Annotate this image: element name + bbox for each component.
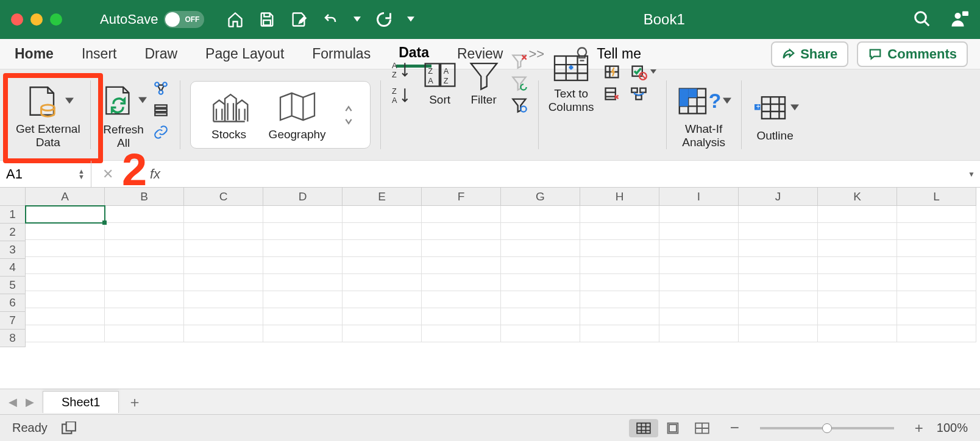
cell[interactable] <box>580 308 659 325</box>
cell[interactable] <box>263 308 343 325</box>
consolidate-button[interactable] <box>630 85 656 102</box>
row-header[interactable]: 7 <box>0 312 26 330</box>
save-edit-icon[interactable] <box>289 10 308 29</box>
cell[interactable] <box>26 274 105 291</box>
zoom-in-button[interactable]: + <box>915 420 923 437</box>
cell[interactable] <box>739 274 818 291</box>
column-header[interactable]: L <box>897 188 976 206</box>
cell[interactable] <box>659 206 739 223</box>
cell[interactable] <box>263 240 343 257</box>
cell[interactable] <box>422 240 501 257</box>
cell[interactable] <box>897 274 976 291</box>
cell[interactable] <box>105 257 184 274</box>
cell[interactable] <box>422 325 501 342</box>
undo-icon[interactable] <box>321 10 339 29</box>
tab-home[interactable]: Home <box>12 42 56 66</box>
column-header[interactable]: E <box>343 188 422 206</box>
add-sheet-button[interactable]: ＋ <box>127 392 142 412</box>
cell[interactable] <box>263 257 343 274</box>
zoom-out-button[interactable]: − <box>730 418 739 437</box>
row-header[interactable]: 4 <box>0 259 26 277</box>
flash-fill-button[interactable] <box>603 63 621 80</box>
view-page-break-button[interactable] <box>687 419 717 437</box>
geography-button[interactable]: Geography <box>269 89 326 141</box>
cell[interactable] <box>897 257 976 274</box>
cell[interactable] <box>659 274 739 291</box>
cell[interactable] <box>343 325 422 342</box>
cell[interactable] <box>818 257 897 274</box>
what-if-button[interactable]: ? What-If Analysis <box>669 74 739 155</box>
name-box-spinner[interactable]: ▲▼ <box>78 169 85 180</box>
data-validation-button[interactable] <box>630 63 656 80</box>
clear-filter-button[interactable] <box>510 52 528 69</box>
cell[interactable] <box>501 206 580 223</box>
macro-record-icon[interactable] <box>61 422 77 435</box>
cell[interactable] <box>580 223 659 240</box>
column-header[interactable]: G <box>501 188 580 206</box>
column-header[interactable]: K <box>818 188 897 206</box>
cell[interactable] <box>501 257 580 274</box>
cell[interactable] <box>580 240 659 257</box>
reapply-filter-button[interactable] <box>510 74 528 91</box>
cell[interactable] <box>184 291 263 308</box>
outline-button[interactable]: + Outline <box>744 74 806 155</box>
advanced-filter-button[interactable] <box>510 96 528 113</box>
cell[interactable] <box>263 291 343 308</box>
sort-button[interactable]: ZAAZ Sort <box>422 59 458 107</box>
cell[interactable] <box>26 325 105 342</box>
stocks-button[interactable]: Stocks <box>208 89 250 141</box>
cell[interactable] <box>184 257 263 274</box>
connections-icon[interactable] <box>153 80 170 97</box>
cell[interactable] <box>105 291 184 308</box>
cell[interactable] <box>422 257 501 274</box>
cell[interactable] <box>818 223 897 240</box>
cell[interactable] <box>501 274 580 291</box>
cell[interactable] <box>580 291 659 308</box>
sheet-tab-active[interactable]: Sheet1 <box>43 391 119 413</box>
row-header[interactable]: 5 <box>0 277 26 294</box>
refresh-all-button[interactable]: Refresh All <box>101 80 147 150</box>
cancel-formula-icon[interactable]: ✕ <box>102 166 113 182</box>
cell[interactable] <box>818 274 897 291</box>
zoom-value[interactable]: 100% <box>937 421 968 435</box>
row-header[interactable]: 6 <box>0 294 26 312</box>
text-to-columns-button[interactable]: Text to Columns <box>549 52 594 114</box>
cell[interactable] <box>343 240 422 257</box>
redo-icon[interactable] <box>375 10 393 29</box>
account-icon[interactable] <box>950 10 969 29</box>
cell[interactable] <box>263 206 343 223</box>
cell[interactable] <box>580 206 659 223</box>
cell[interactable] <box>818 291 897 308</box>
cell[interactable] <box>343 291 422 308</box>
cell[interactable] <box>580 257 659 274</box>
cell[interactable] <box>105 308 184 325</box>
remove-duplicates-button[interactable] <box>603 85 621 102</box>
cell[interactable] <box>105 206 184 223</box>
cell[interactable] <box>263 223 343 240</box>
minimize-window-button[interactable] <box>30 13 43 26</box>
column-header[interactable]: F <box>422 188 501 206</box>
sheet-nav-next-icon[interactable]: ▶ <box>26 395 34 409</box>
cell[interactable] <box>501 223 580 240</box>
cell[interactable] <box>422 206 501 223</box>
column-header[interactable]: H <box>580 188 659 206</box>
autosave-control[interactable]: AutoSave OFF <box>100 11 204 28</box>
cell[interactable] <box>580 325 659 342</box>
cell[interactable] <box>422 308 501 325</box>
cell[interactable] <box>343 257 422 274</box>
cell[interactable] <box>659 291 739 308</box>
row-header[interactable]: 1 <box>0 206 26 224</box>
cell[interactable] <box>105 274 184 291</box>
close-window-button[interactable] <box>11 13 23 26</box>
cell[interactable] <box>739 223 818 240</box>
get-external-data-button[interactable]: Get External Data <box>9 74 88 155</box>
cell[interactable] <box>818 308 897 325</box>
cell[interactable] <box>818 325 897 342</box>
cell[interactable] <box>897 240 976 257</box>
cell[interactable] <box>26 291 105 308</box>
cell[interactable] <box>501 308 580 325</box>
view-normal-button[interactable] <box>629 419 658 437</box>
formula-input[interactable] <box>171 161 968 187</box>
sheet-nav-prev-icon[interactable]: ◀ <box>9 395 17 409</box>
filter-button[interactable]: Filter <box>467 59 500 107</box>
